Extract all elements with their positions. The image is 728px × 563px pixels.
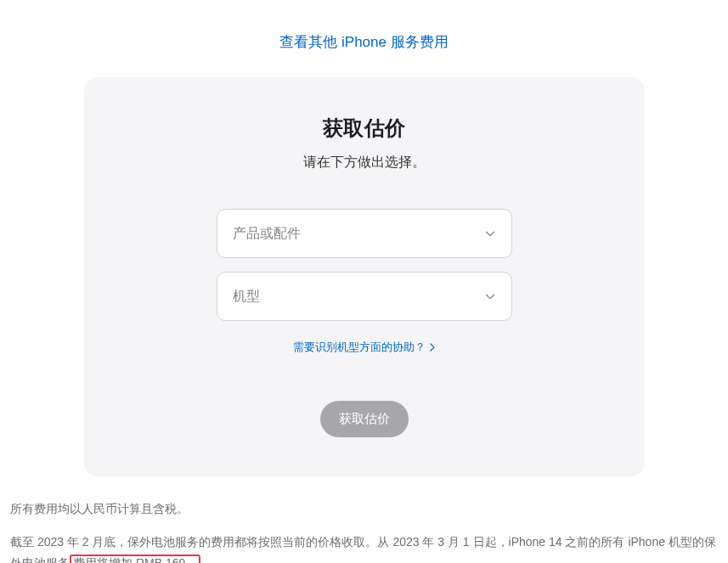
estimate-card: 获取估价 请在下方做出选择。 产品或配件 机型 需要识别机型方面的协助？ 获取估… — [84, 77, 645, 476]
product-select[interactable]: 产品或配件 — [217, 209, 512, 258]
price-increase-highlight: 费用将增加 RMB 169。 — [70, 555, 200, 563]
footer-line2: 截至 2023 年 2 月底，保外电池服务的费用都将按照当前的价格收取。从 20… — [10, 532, 718, 563]
card-subtitle: 请在下方做出选择。 — [125, 154, 604, 172]
footer-notes: 所有费用均以人民币计算且含税。 截至 2023 年 2 月底，保外电池服务的费用… — [0, 492, 728, 563]
other-service-fees-link[interactable]: 查看其他 iPhone 服务费用 — [0, 0, 728, 77]
model-select-label: 机型 — [233, 288, 484, 306]
get-estimate-button[interactable]: 获取估价 — [320, 401, 409, 437]
chevron-down-icon — [484, 290, 496, 302]
chevron-down-icon — [484, 228, 496, 239]
model-identify-help-link[interactable]: 需要识别机型方面的协助？ — [293, 340, 435, 355]
footer-line1: 所有费用均以人民币计算且含税。 — [10, 498, 718, 520]
card-title: 获取估价 — [125, 115, 604, 142]
help-link-label: 需要识别机型方面的协助？ — [293, 340, 426, 355]
chevron-right-icon — [430, 341, 435, 354]
product-select-label: 产品或配件 — [233, 225, 484, 243]
model-select[interactable]: 机型 — [217, 272, 512, 321]
